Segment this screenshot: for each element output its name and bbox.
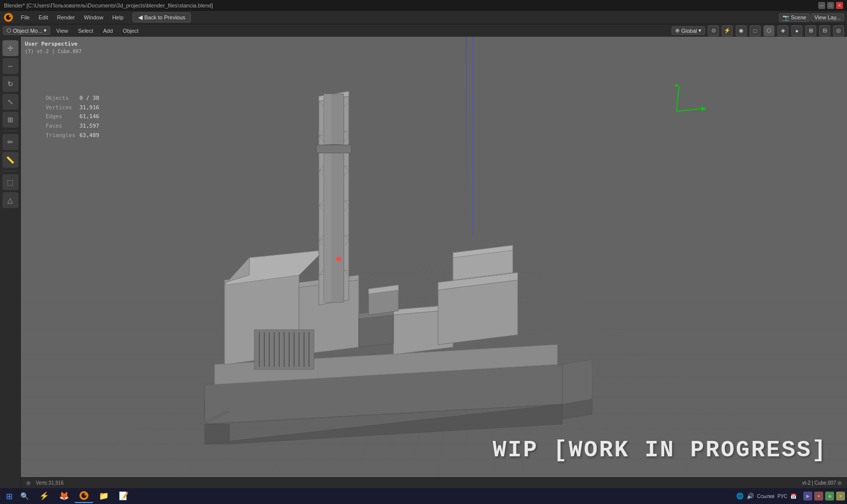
menu-help[interactable]: Help bbox=[108, 13, 128, 21]
svg-marker-71 bbox=[319, 96, 349, 305]
svg-marker-55 bbox=[225, 258, 249, 285]
window-title: Blender* [C:\Users\Пользователь\Document… bbox=[4, 2, 213, 8]
svg-marker-114 bbox=[674, 84, 679, 86]
triangles-value: 63,489 bbox=[79, 131, 99, 141]
objects-value: 0 / 38 bbox=[79, 94, 99, 103]
back-to-previous-button[interactable]: ◀ Back to Previous bbox=[133, 12, 191, 22]
svg-marker-56 bbox=[393, 310, 453, 355]
svg-line-79 bbox=[319, 206, 349, 240]
solid-button[interactable]: ⬡ bbox=[764, 25, 774, 36]
sublabel: (7) vt-2 | Cube.007 bbox=[25, 49, 81, 54]
wip-watermark: WIP [WORK IN PROGRESS] bbox=[493, 437, 827, 463]
svg-rect-91 bbox=[316, 145, 351, 153]
taskbar-texteditor[interactable]: 📝 bbox=[114, 489, 133, 503]
svg-line-23 bbox=[259, 260, 428, 488]
material-preview-button[interactable]: ◈ bbox=[777, 25, 788, 36]
wireframe-button[interactable]: □ bbox=[750, 25, 761, 36]
taskbar-blender[interactable] bbox=[75, 489, 93, 503]
svg-line-33 bbox=[478, 260, 557, 488]
menu-window[interactable]: Window bbox=[80, 13, 107, 21]
transform-tool[interactable]: ⊞ bbox=[2, 112, 18, 128]
snap-button[interactable]: ⚡ bbox=[722, 25, 733, 36]
taskbar-search[interactable]: 🔍 bbox=[17, 489, 31, 503]
toolbar-separator-1 bbox=[3, 131, 17, 131]
svg-line-113 bbox=[677, 86, 679, 111]
svg-line-24 bbox=[289, 260, 433, 488]
mode-select[interactable]: ⬡ Object Mo... ▾ bbox=[3, 26, 50, 35]
taskbar-browser[interactable]: 🦊 bbox=[55, 489, 74, 503]
window-controls: ─ □ ✕ bbox=[818, 2, 843, 9]
faces-label: Faces bbox=[46, 122, 76, 131]
orientation-select[interactable]: ⊕ Global ▾ bbox=[672, 26, 705, 35]
svg-line-77 bbox=[319, 171, 349, 206]
svg-line-80 bbox=[319, 240, 349, 275]
svg-marker-50 bbox=[225, 275, 299, 364]
scale-tool[interactable]: ⤡ bbox=[2, 94, 18, 110]
select-menu[interactable]: Select bbox=[74, 27, 97, 35]
svg-marker-108 bbox=[200, 412, 230, 424]
mode-dropdown-icon: ▾ bbox=[44, 27, 47, 34]
rendered-button[interactable]: ● bbox=[791, 25, 802, 36]
start-button[interactable]: ⊞ bbox=[2, 489, 16, 503]
svg-marker-57 bbox=[393, 305, 453, 315]
menu-file[interactable]: File bbox=[17, 13, 34, 21]
overlays-button[interactable]: ⊟ bbox=[819, 25, 830, 36]
svg-marker-53 bbox=[299, 280, 359, 355]
svg-marker-67 bbox=[369, 290, 398, 315]
add-menu[interactable]: Add bbox=[99, 27, 117, 35]
cursor-tool[interactable]: ✛ bbox=[2, 40, 18, 56]
taskbar-right: 🌐 🔊 Ссылки РУС 📅 ▶ ● ◆ ■ bbox=[732, 492, 845, 501]
svg-marker-95 bbox=[205, 404, 562, 444]
viewport-header-right: ⊕ Global ▾ ⊙ ⚡ ◉ □ ⬡ ◈ ● ⊞ ⊟ ◎ bbox=[672, 25, 844, 36]
vertices-stat: Vertices 31,916 bbox=[46, 103, 99, 113]
language-label: РУС bbox=[777, 494, 787, 499]
notif-icon-4: ■ bbox=[836, 492, 845, 501]
annotate-tool[interactable]: ✏ bbox=[2, 134, 18, 150]
svg-rect-89 bbox=[324, 94, 331, 302]
svg-line-73 bbox=[319, 101, 349, 136]
svg-line-87 bbox=[319, 270, 349, 275]
pivot-button[interactable]: ⊙ bbox=[708, 25, 719, 36]
xray-button[interactable]: ◎ bbox=[833, 25, 844, 36]
svg-marker-58 bbox=[393, 310, 453, 355]
svg-line-32 bbox=[473, 260, 528, 488]
svg-marker-60 bbox=[438, 273, 518, 290]
notif-icon-2: ● bbox=[814, 492, 823, 501]
rotate-tool[interactable]: ↻ bbox=[2, 76, 18, 92]
proportional-edit-button[interactable]: ◉ bbox=[736, 25, 747, 36]
taskbar-vscode[interactable]: ⚡ bbox=[35, 489, 54, 503]
windows-taskbar: ⊞ 🔍 ⚡ 🦊 📁 📝 🌐 🔊 Ссылки РУС 📅 ▶ ● ◆ ■ bbox=[0, 488, 847, 504]
add-cone-tool[interactable]: △ bbox=[2, 192, 18, 208]
camera-icon: 📷 bbox=[782, 14, 789, 21]
svg-line-17 bbox=[80, 260, 398, 488]
svg-marker-68 bbox=[369, 285, 398, 294]
viewport-header: ⬡ Object Mo... ▾ View Select Add Object … bbox=[0, 24, 847, 37]
scene-select[interactable]: 📷 Scene bbox=[779, 13, 810, 22]
menu-edit[interactable]: Edit bbox=[35, 13, 52, 21]
view-menu[interactable]: View bbox=[52, 27, 72, 35]
minimize-button[interactable]: ─ bbox=[818, 2, 825, 9]
vertices-value: 31,916 bbox=[79, 103, 99, 113]
maximize-button[interactable]: □ bbox=[827, 2, 834, 9]
svg-line-38 bbox=[503, 260, 706, 488]
taskbar-explorer[interactable]: 📁 bbox=[94, 489, 113, 503]
close-button[interactable]: ✕ bbox=[836, 2, 843, 9]
gizmos-button[interactable]: ⊞ bbox=[805, 25, 816, 36]
add-cube-tool[interactable]: ⬚ bbox=[2, 174, 18, 190]
measure-tool[interactable]: 📏 bbox=[2, 152, 18, 168]
svg-line-81 bbox=[319, 240, 349, 275]
svg-line-31 bbox=[468, 260, 498, 488]
svg-marker-49 bbox=[225, 270, 299, 285]
view-layer-select[interactable]: View Lay... bbox=[811, 13, 844, 21]
svg-point-2 bbox=[9, 15, 11, 17]
move-tool[interactable]: ↔ bbox=[2, 58, 18, 74]
svg-point-117 bbox=[84, 494, 86, 496]
menu-render[interactable]: Render bbox=[53, 13, 79, 21]
svg-marker-70 bbox=[319, 91, 349, 101]
back-arrow-icon: ◀ bbox=[138, 14, 143, 21]
3d-viewport[interactable]: User Perspective (7) vt-2 | Cube.007 Obj… bbox=[21, 37, 847, 488]
object-menu[interactable]: Object bbox=[119, 27, 143, 35]
svg-line-39 bbox=[508, 260, 736, 488]
scene-svg bbox=[21, 37, 847, 488]
svg-line-25 bbox=[319, 260, 438, 488]
